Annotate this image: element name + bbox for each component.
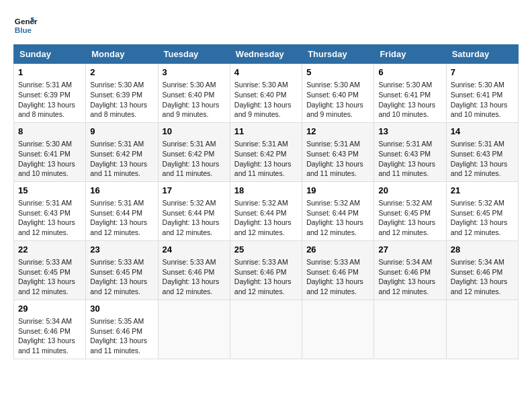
cell-info: Sunrise: 5:32 AM xyxy=(234,198,298,208)
day-number: 5 xyxy=(306,66,369,79)
day-number: 20 xyxy=(378,185,441,197)
cell-info: Sunrise: 5:33 AM xyxy=(234,257,298,267)
cell-info: and 10 minutes. xyxy=(18,169,81,179)
cell-info: and 12 minutes. xyxy=(378,228,441,238)
calendar-cell: 14Sunrise: 5:31 AMSunset: 6:43 PMDayligh… xyxy=(446,122,518,181)
header-sunday: Sunday xyxy=(14,45,86,64)
cell-info: Sunset: 6:45 PM xyxy=(90,267,153,277)
calendar-cell: 4Sunrise: 5:30 AMSunset: 6:40 PMDaylight… xyxy=(230,64,302,123)
day-number: 17 xyxy=(163,185,226,197)
cell-info: Sunset: 6:46 PM xyxy=(378,267,441,277)
cell-info: Sunset: 6:41 PM xyxy=(451,90,514,100)
cell-info: Daylight: 13 hours xyxy=(378,159,441,169)
cell-info: and 12 minutes. xyxy=(306,228,369,238)
calendar-cell: 11Sunrise: 5:31 AMSunset: 6:42 PMDayligh… xyxy=(230,122,302,181)
cell-info: Daylight: 13 hours xyxy=(90,277,153,287)
cell-info: and 9 minutes. xyxy=(234,109,298,120)
cell-info: Sunset: 6:46 PM xyxy=(451,267,514,277)
day-number: 16 xyxy=(90,185,153,197)
calendar-cell: 9Sunrise: 5:31 AMSunset: 6:42 PMDaylight… xyxy=(86,122,158,181)
cell-info: Sunset: 6:46 PM xyxy=(90,326,153,336)
cell-info: Daylight: 13 hours xyxy=(90,218,153,228)
cell-info: and 12 minutes. xyxy=(306,287,369,297)
cell-info: Daylight: 13 hours xyxy=(378,100,441,110)
calendar-cell: 1Sunrise: 5:31 AMSunset: 6:39 PMDaylight… xyxy=(14,64,86,123)
calendar-cell: 29Sunrise: 5:34 AMSunset: 6:46 PMDayligh… xyxy=(14,300,86,359)
cell-info: Sunset: 6:43 PM xyxy=(378,149,441,159)
cell-info: Sunrise: 5:33 AM xyxy=(18,257,81,267)
cell-info: and 12 minutes. xyxy=(378,287,441,297)
calendar-cell: 8Sunrise: 5:30 AMSunset: 6:41 PMDaylight… xyxy=(14,122,86,181)
cell-info: Sunrise: 5:34 AM xyxy=(18,316,81,326)
cell-info: Sunset: 6:41 PM xyxy=(378,90,441,100)
cell-info: and 10 minutes. xyxy=(378,109,441,120)
calendar-cell: 30Sunrise: 5:35 AMSunset: 6:46 PMDayligh… xyxy=(86,300,158,359)
calendar-cell: 26Sunrise: 5:33 AMSunset: 6:46 PMDayligh… xyxy=(302,240,374,300)
day-number: 24 xyxy=(163,244,226,256)
cell-info: Sunrise: 5:34 AM xyxy=(451,257,514,267)
week-row-2: 8Sunrise: 5:30 AMSunset: 6:41 PMDaylight… xyxy=(14,122,519,181)
cell-info: and 9 minutes. xyxy=(163,109,226,120)
cell-info: Sunrise: 5:31 AM xyxy=(90,139,153,149)
cell-info: Sunset: 6:44 PM xyxy=(306,208,369,218)
cell-info: Daylight: 13 hours xyxy=(18,159,81,169)
svg-text:Blue: Blue xyxy=(15,26,32,34)
day-number: 1 xyxy=(18,66,81,79)
cell-info: Sunrise: 5:31 AM xyxy=(18,80,81,90)
cell-info: Sunrise: 5:30 AM xyxy=(234,80,298,90)
cell-info: and 8 minutes. xyxy=(18,109,81,120)
week-row-4: 22Sunrise: 5:33 AMSunset: 6:45 PMDayligh… xyxy=(14,240,519,300)
cell-info: Daylight: 13 hours xyxy=(378,277,441,287)
cell-info: Sunset: 6:39 PM xyxy=(18,90,81,100)
calendar-cell: 12Sunrise: 5:31 AMSunset: 6:43 PMDayligh… xyxy=(302,122,374,181)
cell-info: Sunset: 6:40 PM xyxy=(234,90,298,100)
cell-info: and 11 minutes. xyxy=(378,169,441,179)
cell-info: Sunset: 6:41 PM xyxy=(18,149,81,159)
cell-info: Sunrise: 5:31 AM xyxy=(90,198,153,208)
cell-info: and 12 minutes. xyxy=(90,287,153,297)
cell-info: and 11 minutes. xyxy=(306,169,369,179)
cell-info: Sunrise: 5:33 AM xyxy=(90,257,153,267)
cell-info: Daylight: 13 hours xyxy=(306,159,369,169)
cell-info: and 11 minutes. xyxy=(90,346,153,356)
calendar-cell: 2Sunrise: 5:30 AMSunset: 6:39 PMDaylight… xyxy=(86,64,158,123)
cell-info: Daylight: 13 hours xyxy=(451,100,514,110)
cell-info: Sunrise: 5:30 AM xyxy=(451,80,514,90)
logo: General Blue xyxy=(13,13,38,38)
cell-info: Sunrise: 5:33 AM xyxy=(306,257,369,267)
cell-info: Daylight: 13 hours xyxy=(163,159,226,169)
cell-info: Sunrise: 5:30 AM xyxy=(306,80,369,90)
day-number: 30 xyxy=(90,303,153,315)
calendar-cell: 5Sunrise: 5:30 AMSunset: 6:40 PMDaylight… xyxy=(302,64,374,123)
calendar-cell xyxy=(230,300,302,359)
day-number: 4 xyxy=(234,66,298,79)
day-number: 23 xyxy=(90,244,153,256)
logo-icon: General Blue xyxy=(13,13,38,38)
calendar-table: SundayMondayTuesdayWednesdayThursdayFrid… xyxy=(13,44,519,359)
cell-info: Sunset: 6:46 PM xyxy=(18,326,81,336)
week-row-3: 15Sunrise: 5:31 AMSunset: 6:43 PMDayligh… xyxy=(14,181,519,240)
header-friday: Friday xyxy=(374,45,446,64)
cell-info: Sunset: 6:40 PM xyxy=(163,90,226,100)
calendar-cell: 21Sunrise: 5:32 AMSunset: 6:45 PMDayligh… xyxy=(446,181,518,240)
day-number: 3 xyxy=(163,66,226,79)
calendar-cell xyxy=(374,300,446,359)
day-number: 8 xyxy=(18,126,81,138)
cell-info: Sunset: 6:46 PM xyxy=(306,267,369,277)
day-number: 14 xyxy=(451,126,514,138)
cell-info: Daylight: 13 hours xyxy=(306,218,369,228)
cell-info: Daylight: 13 hours xyxy=(18,100,81,110)
cell-info: Sunset: 6:39 PM xyxy=(90,90,153,100)
cell-info: and 10 minutes. xyxy=(451,109,514,120)
cell-info: Daylight: 13 hours xyxy=(90,100,153,110)
cell-info: Sunrise: 5:31 AM xyxy=(163,139,226,149)
cell-info: Sunset: 6:40 PM xyxy=(306,90,369,100)
cell-info: Sunset: 6:44 PM xyxy=(234,208,298,218)
calendar-cell: 16Sunrise: 5:31 AMSunset: 6:44 PMDayligh… xyxy=(86,181,158,240)
cell-info: and 12 minutes. xyxy=(451,228,514,238)
cell-info: Sunrise: 5:32 AM xyxy=(163,198,226,208)
cell-info: Daylight: 13 hours xyxy=(18,277,81,287)
calendar-cell: 17Sunrise: 5:32 AMSunset: 6:44 PMDayligh… xyxy=(158,181,230,240)
cell-info: and 12 minutes. xyxy=(163,287,226,297)
cell-info: Daylight: 13 hours xyxy=(306,100,369,110)
